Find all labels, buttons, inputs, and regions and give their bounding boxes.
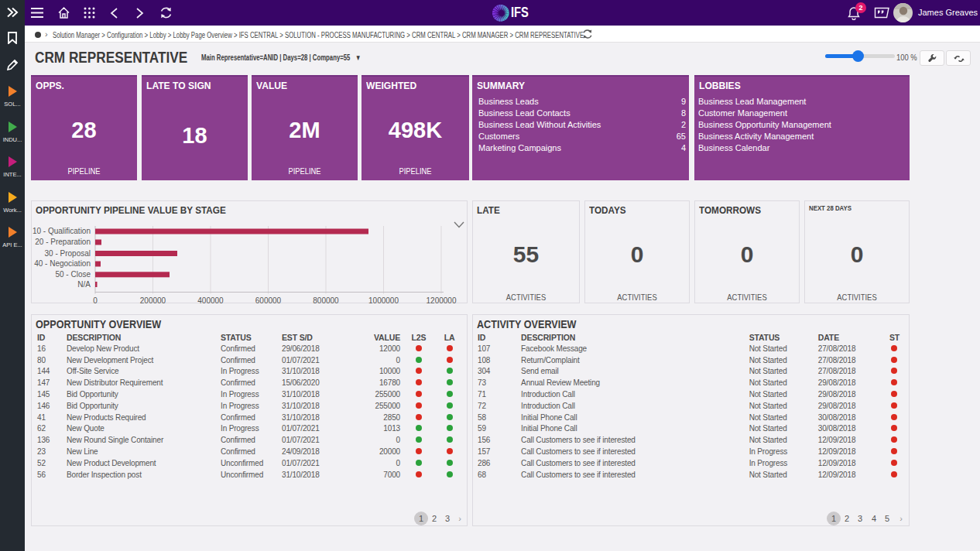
svg-text:1200000: 1200000	[427, 296, 457, 305]
svg-text:400000: 400000	[197, 296, 224, 305]
svg-text:800000: 800000	[313, 296, 339, 305]
svg-text:600000: 600000	[255, 296, 282, 305]
svg-text:30 - Proposal: 30 - Proposal	[45, 249, 91, 258]
svg-text:0: 0	[93, 296, 98, 305]
svg-text:N/A: N/A	[77, 280, 91, 289]
svg-text:200000: 200000	[140, 296, 166, 305]
svg-text:50 - Close: 50 - Close	[55, 270, 91, 279]
svg-text:40 - Negociation: 40 - Negociation	[34, 259, 91, 268]
svg-text:1000000: 1000000	[368, 296, 399, 305]
svg-text:10 - Qualification: 10 - Qualification	[33, 227, 91, 235]
svg-text:20 - Preparation: 20 - Preparation	[35, 238, 91, 246]
